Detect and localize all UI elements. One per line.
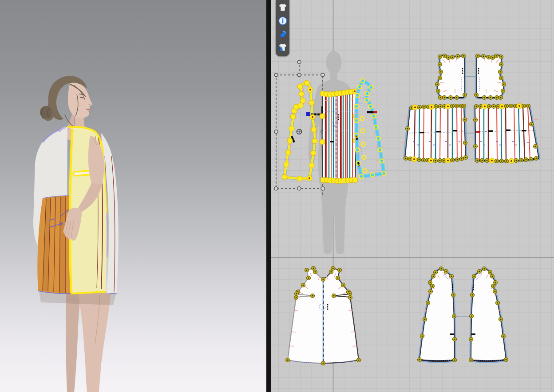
piece-dress-back-left[interactable]	[418, 267, 457, 362]
application-window	[0, 0, 554, 392]
piece-center-front-panel[interactable]	[320, 89, 358, 184]
rotate-handle[interactable]	[297, 60, 301, 64]
2d-view-toolbar	[276, 0, 289, 56]
piece-skirt-panel-right[interactable]	[474, 103, 541, 164]
tshirt-icon	[278, 3, 288, 12]
avatar-back-leg	[66, 289, 81, 392]
3d-garment-viewport[interactable]	[0, 0, 266, 392]
piece-front-side-panel-right[interactable]	[354, 78, 386, 178]
show-fabric-button[interactable]	[277, 29, 288, 39]
pattern-information-button[interactable]	[277, 16, 288, 26]
lock-3d-garment-button[interactable]	[277, 42, 288, 53]
show-3d-garment-button[interactable]	[277, 2, 288, 13]
avatar-lips	[87, 109, 90, 110]
piece-dress-back-right[interactable]	[469, 267, 508, 362]
notch-label-red	[476, 131, 480, 133]
pivot-handle[interactable]	[297, 129, 302, 134]
selected-anchor-square[interactable]	[306, 112, 310, 116]
avatar-3d-render	[0, 0, 266, 392]
tshirt-lock-icon	[278, 43, 288, 52]
2d-pattern-viewport[interactable]	[271, 0, 554, 392]
fabric-icon	[278, 29, 288, 39]
avatar-face	[68, 82, 92, 118]
piece-bodice-front-left[interactable]	[435, 54, 467, 100]
piece-dress-front-fold[interactable]	[286, 267, 361, 365]
piece-skirt-panel-left[interactable]	[402, 104, 470, 163]
piece-bodice-front-right[interactable]	[475, 54, 506, 100]
info-icon	[278, 16, 288, 26]
panel-divider[interactable]	[266, 0, 271, 392]
